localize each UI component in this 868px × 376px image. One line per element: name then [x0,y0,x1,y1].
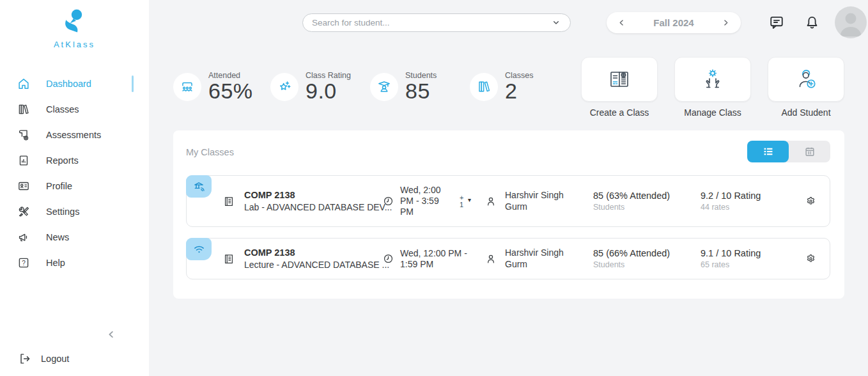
rating-sublabel: 65 rates [701,260,790,269]
logout-button[interactable]: Logout [0,352,149,376]
stats-row: Attended 65% Class Rating 9.0 Students 8… [149,45,868,118]
megaphone-icon [17,230,31,244]
assessment-scroll-icon [17,128,31,142]
sidebar-bottom: Logout [0,329,149,376]
clock-icon [382,253,394,265]
rating-cell: 9.2 / 10 Rating 44 rates [701,191,790,212]
sidebar-item-assessments[interactable]: Assessments [0,122,149,148]
person-plus-icon [768,57,844,102]
sidebar-item-help[interactable]: ? Help [0,250,149,276]
action-label: Manage Class [684,107,741,118]
class-settings-gear-icon[interactable] [805,253,817,265]
wifi-online-icon [186,238,212,260]
user-avatar[interactable] [835,6,867,38]
term-label: Fall 2024 [653,17,694,28]
more-times-count: +1 [460,194,466,208]
stat-attended: Attended 65% [173,71,270,103]
sidebar: AtKlass Dashboard Classes Assessments Re… [0,0,149,376]
class-settings-gear-icon[interactable] [805,195,817,207]
stat-value: 9.0 [306,80,351,103]
stat-class-rating: Class Rating 9.0 [270,71,370,103]
sidebar-item-dashboard[interactable]: Dashboard [0,71,149,97]
more-times-caret-icon: ▾ [468,196,471,203]
svg-text:?: ? [22,260,26,267]
sidebar-item-settings[interactable]: Settings [0,199,149,224]
my-classes-title: My Classes [186,147,234,157]
sidebar-item-profile[interactable]: Profile [0,173,149,199]
time-cell: Wed, 2:00 PM - 3:59 PM +1 ▾ [382,185,484,217]
hands-gear-icon [674,57,751,102]
sidebar-item-label: Help [46,258,65,268]
stat-value: 65% [208,80,253,103]
class-row-lab[interactable]: COMP 2138 Lab - ADVANCED DATABASE DEV...… [186,175,830,227]
term-prev-chevron-icon[interactable] [617,18,626,27]
open-book-plus-icon [581,57,658,102]
app-logo-mark-icon [54,8,95,38]
class-time: Wed, 2:00 PM - 3:59 PM [400,185,450,217]
sidebar-collapse-chevron-icon[interactable] [105,329,117,340]
instructor-cell: Harshvir Singh Gurm [484,247,593,270]
course-book-icon [222,253,235,265]
students-sublabel: Students [593,260,701,269]
list-icon [761,145,775,159]
student-search [302,13,571,32]
calendar-icon [803,145,816,158]
sidebar-item-label: Assessments [46,130,101,140]
logout-label: Logout [41,354,69,364]
manage-class-button[interactable]: Manage Class [674,57,751,118]
question-box-icon: ? [17,256,31,270]
classroom-icon [173,73,201,101]
calendar-view-button[interactable] [789,141,830,162]
stat-classes: Classes 2 [470,71,559,103]
rating-value: 9.1 / 10 Rating [701,248,790,258]
students-sublabel: Students [593,203,701,212]
messages-icon[interactable] [768,13,786,31]
search-dropdown-caret-icon[interactable] [551,17,561,27]
rating-cell: 9.1 / 10 Rating 65 rates [701,248,790,269]
sidebar-item-label: Reports [46,155,79,166]
campus-hybrid-icon [186,175,212,198]
course-book-icon [222,195,235,208]
sidebar-item-news[interactable]: News [0,224,149,250]
add-student-button[interactable]: Add Student [768,57,844,118]
app-name: AtKlass [54,40,95,49]
course-subtitle: Lab - ADVANCED DATABASE DEV... [244,202,392,212]
students-cell: 85 (63% Attended) Students [593,191,701,212]
time-cell: Wed, 12:00 PM - 1:59 PM [382,248,484,270]
search-input[interactable] [312,18,551,27]
list-view-button[interactable] [747,141,789,162]
course-code: COMP 2138 [244,190,392,200]
app-logo: AtKlass [54,8,95,49]
star-plus-icon [270,73,298,101]
action-cards: Create a Class Manage Class [581,57,844,118]
class-row-lecture[interactable]: COMP 2138 Lecture - ADVANCED DATABASE ..… [186,238,830,279]
instructor-name: Harshvir Singh Gurm [505,247,577,270]
instructor-name: Harshvir Singh Gurm [505,190,577,212]
sidebar-item-label: Settings [46,207,79,217]
books-icon [470,73,498,101]
more-times-dropdown[interactable]: +1 ▾ [460,194,471,208]
my-classes-panel: My Classes [173,130,844,299]
rating-value: 9.2 / 10 Rating [701,191,790,201]
stat-value: 85 [405,80,437,103]
books-icon [17,102,31,116]
clock-icon [382,195,394,207]
graduate-icon [370,73,398,101]
notifications-bell-icon[interactable] [803,14,821,31]
tools-icon [17,205,31,219]
sidebar-item-classes[interactable]: Classes [0,97,149,122]
instructor-cell: Harshvir Singh Gurm [484,190,593,212]
id-card-icon [17,179,31,193]
class-time: Wed, 12:00 PM - 1:59 PM [400,248,478,270]
topbar: Fall 2024 [149,0,868,45]
sidebar-item-reports[interactable]: Reports [0,148,149,173]
my-classes-header: My Classes [186,141,830,162]
students-cell: 85 (66% Attended) Students [593,248,701,269]
home-icon [17,77,31,91]
term-next-chevron-icon[interactable] [721,18,731,27]
sidebar-nav: Dashboard Classes Assessments Reports Pr… [0,71,149,276]
course-cell: COMP 2138 Lab - ADVANCED DATABASE DEV... [222,190,382,212]
action-label: Add Student [781,107,830,118]
stat-value: 2 [505,80,533,103]
create-class-button[interactable]: Create a Class [581,57,658,118]
